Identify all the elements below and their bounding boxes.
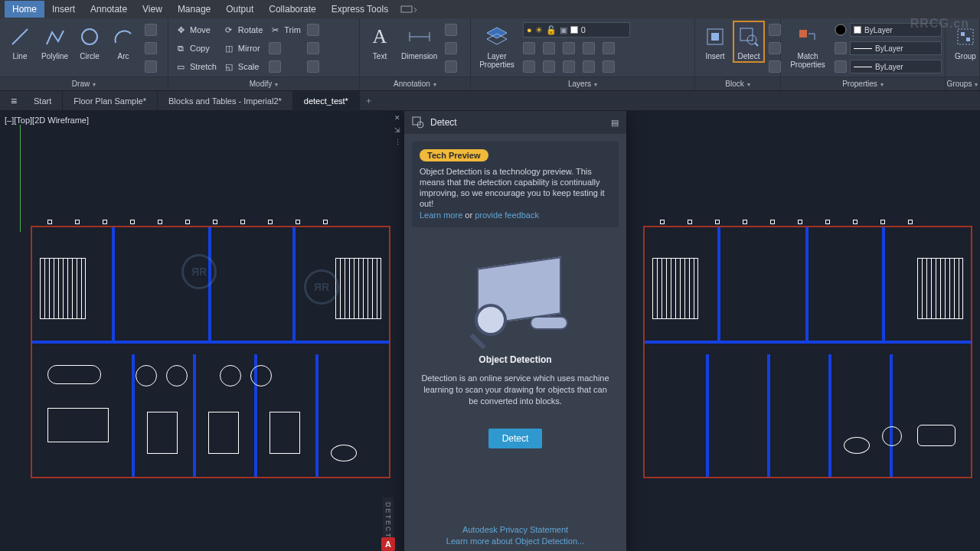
draw-extra-3[interactable] [143, 58, 158, 75]
move-button[interactable]: ✥Move [173, 21, 218, 38]
file-tab-blocks[interactable]: Blocks and Tables - Imperial2* [158, 91, 293, 111]
layer-tool-8[interactable] [561, 58, 577, 75]
provide-feedback-link[interactable]: provide feedback [475, 210, 539, 220]
trim-button[interactable]: ✂Trim [267, 21, 302, 38]
menu-tab-output[interactable]: Output [218, 1, 261, 18]
stretch-icon: ▭ [175, 60, 187, 73]
file-tab-floorplan[interactable]: Floor Plan Sample* [63, 91, 158, 111]
panel-modify: ✥Move ⧉Copy ▭Stretch ⟳Rotate ◫Mirror ◱Sc… [168, 18, 360, 90]
copy-button[interactable]: ⧉Copy [173, 40, 218, 57]
panel-title-block[interactable]: Block [695, 77, 780, 90]
modify-extra-2[interactable] [305, 40, 321, 57]
svg-point-2 [82, 29, 97, 44]
learn-more-link[interactable]: Learn more [420, 210, 462, 220]
print-icon: ▣ [560, 25, 567, 35]
svg-rect-18 [966, 37, 970, 41]
panel-title-groups[interactable]: Groups [946, 77, 979, 90]
svg-line-1 [12, 29, 28, 44]
rotate-icon: ⟳ [223, 24, 235, 36]
insert-button[interactable]: Insert [700, 21, 730, 62]
modify-extra-3[interactable] [305, 58, 321, 75]
linetype-control[interactable]: ByLayer [833, 58, 943, 75]
layer-tool-3[interactable] [561, 40, 577, 57]
block-extra-1[interactable] [767, 21, 782, 38]
panel-pin-icon[interactable]: ⇲ [392, 126, 403, 135]
draw-extra-2[interactable] [143, 40, 158, 57]
copy-icon: ⧉ [175, 42, 187, 54]
y-axis-indicator [20, 125, 21, 232]
detect-panel: ✕ ⇲ ⋮ Detect ▤ Tech Preview Object Detec… [404, 111, 626, 551]
watermark-url: RRCG.cn [910, 17, 969, 31]
file-tab-detect-test[interactable]: detect_test* [293, 91, 360, 111]
menu-tab-express-tools[interactable]: Express Tools [324, 1, 396, 18]
menu-tab-home[interactable]: Home [5, 1, 44, 18]
annotation-extra-2[interactable] [443, 40, 459, 57]
learn-detection-link[interactable]: Learn more about Object Detection... [404, 536, 626, 547]
panel-title-annotation[interactable]: Annotation [360, 77, 470, 90]
menu-tab-view[interactable]: View [135, 1, 170, 18]
panel-menu-icon[interactable]: ⋮ [392, 139, 403, 148]
lineweight-control[interactable]: ByLayer [833, 40, 943, 57]
autodesk-icon: A [381, 537, 395, 551]
circle-button[interactable]: Circle [74, 21, 105, 62]
layer-tool-6[interactable] [521, 58, 537, 75]
detect-heading: Object Detection [416, 354, 614, 365]
layer-dropdown[interactable]: ● ☀ 🔓 ▣ 0 [521, 21, 690, 38]
layer-tool-10[interactable] [601, 58, 616, 75]
detect-button[interactable]: Detect [733, 21, 764, 62]
layer-properties-button[interactable]: Layer Properties [475, 21, 518, 70]
layer-tool-9[interactable] [581, 58, 596, 75]
modify-extra-1[interactable] [305, 21, 321, 38]
block-extra-3[interactable] [767, 58, 782, 75]
stretch-button[interactable]: ▭Stretch [173, 58, 218, 75]
panel-close-icon[interactable]: ✕ [392, 114, 403, 123]
detect-side-label[interactable]: DETECT [383, 497, 394, 543]
dimension-button[interactable]: Dimension [398, 21, 440, 62]
menu-tab-manage[interactable]: Manage [170, 1, 218, 18]
svg-line-12 [755, 43, 758, 46]
privacy-link[interactable]: Autodesk Privacy Statement [404, 524, 626, 536]
insert-icon [703, 23, 727, 51]
scale-icon: ◱ [223, 60, 235, 73]
rotate-button[interactable]: ⟳Rotate [221, 21, 264, 38]
svg-rect-19 [413, 117, 420, 125]
menu-tab-annotate[interactable]: Annotate [83, 1, 135, 18]
detect-run-button[interactable]: Detect [488, 429, 543, 448]
layer-tool-1[interactable] [521, 40, 537, 57]
menu-tab-insert[interactable]: Insert [44, 1, 83, 18]
scale-button[interactable]: ◱Scale [221, 58, 264, 75]
polyline-button[interactable]: Polyline [38, 21, 71, 62]
layer-tool-7[interactable] [541, 58, 557, 75]
panel-title-draw[interactable]: Draw [0, 77, 168, 90]
svg-rect-9 [711, 33, 719, 41]
match-icon [795, 23, 820, 51]
block-extra-2[interactable] [767, 40, 782, 57]
fillet-button[interactable] [267, 40, 302, 57]
layer-tool-4[interactable] [581, 40, 596, 57]
panel-title-modify[interactable]: Modify [168, 77, 359, 90]
file-tabs-menu[interactable]: ≡ [5, 95, 23, 107]
panel-title-layers[interactable]: Layers [471, 77, 694, 90]
arc-button[interactable]: Arc [108, 21, 139, 62]
menu-overflow[interactable] [400, 4, 417, 15]
file-tab-start[interactable]: Start [23, 91, 63, 111]
mirror-button[interactable]: ◫Mirror [221, 40, 264, 57]
array-button[interactable] [267, 58, 302, 75]
sun-icon: ☀ [535, 25, 543, 35]
match-properties-button[interactable]: Match Properties [786, 21, 830, 70]
annotation-extra-3[interactable] [443, 58, 459, 75]
lineweight-icon [835, 42, 847, 54]
text-button[interactable]: A Text [364, 21, 395, 62]
viewport-controls[interactable]: [–][Top][2D Wireframe] [5, 116, 89, 125]
layer-tool-5[interactable] [601, 40, 616, 57]
menu-tab-collaborate[interactable]: Collaborate [261, 1, 323, 18]
draw-extra-1[interactable] [143, 21, 158, 38]
drawing-viewport[interactable]: [–][Top][2D Wireframe] [0, 111, 980, 551]
line-button[interactable]: Line [5, 21, 35, 62]
detect-settings-icon[interactable]: ▤ [611, 118, 619, 128]
tech-preview-text: Object Detection is a technology preview… [420, 166, 611, 209]
annotation-extra-1[interactable] [443, 21, 459, 38]
new-tab-button[interactable]: ＋ [360, 95, 378, 106]
panel-title-properties[interactable]: Properties [781, 77, 945, 90]
layer-tool-2[interactable] [541, 40, 557, 57]
